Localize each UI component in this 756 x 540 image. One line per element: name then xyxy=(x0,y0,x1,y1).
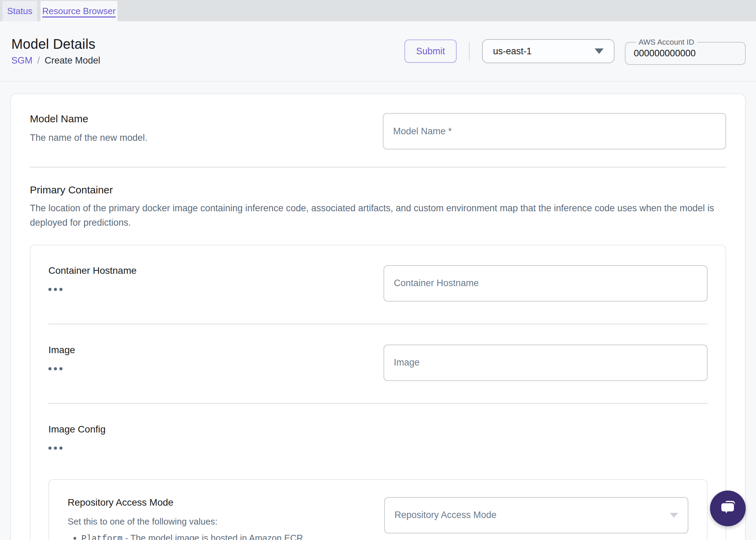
aws-account-id-input[interactable] xyxy=(634,48,737,59)
breadcrumb-separator: / xyxy=(37,55,40,66)
primary-container-card: Container Hostname Image xyxy=(30,245,726,540)
image-row: Image xyxy=(48,325,708,403)
container-hostname-info: Container Hostname xyxy=(48,265,383,302)
image-info: Image xyxy=(48,345,383,381)
option-code: Platform xyxy=(81,534,123,540)
dot-icon xyxy=(59,367,62,370)
dot-icon xyxy=(54,447,57,450)
model-name-input-col xyxy=(383,113,726,149)
model-name-label: Model Name xyxy=(30,113,369,125)
repository-access-mode-label: Repository Access Mode xyxy=(68,497,370,508)
dot-icon xyxy=(54,288,57,291)
aws-account-id-label: AWS Account ID xyxy=(636,38,697,47)
dot-icon xyxy=(48,447,51,450)
container-hostname-row: Container Hostname xyxy=(48,245,708,324)
repository-access-mode-card: Repository Access Mode Set this to one o… xyxy=(48,479,708,540)
header-actions: Submit us-east-1 AWS Account ID xyxy=(404,38,746,65)
model-name-input[interactable] xyxy=(383,113,726,149)
tab-resource-browser-label: Resource Browser xyxy=(42,6,116,16)
dot-icon xyxy=(54,367,57,370)
header-divider xyxy=(469,42,470,61)
image-label: Image xyxy=(48,345,370,356)
image-config-more-info-dots[interactable] xyxy=(48,447,62,450)
model-details-card: Model Name The name of the new model. Pr… xyxy=(10,93,746,540)
primary-container-label: Primary Container xyxy=(30,184,726,196)
list-item: Platform - The model image is hosted in … xyxy=(81,532,370,540)
chat-bubble-icon xyxy=(717,498,738,519)
repository-access-mode-options-list: Platform - The model image is hosted in … xyxy=(68,532,370,540)
option-text: - The model image is hosted in Amazon EC… xyxy=(125,533,306,540)
tab-resource-browser[interactable]: Resource Browser xyxy=(41,1,117,21)
model-name-description: The name of the new model. xyxy=(30,131,369,145)
repository-access-mode-info: Repository Access Mode Set this to one o… xyxy=(68,497,384,540)
tab-bar: Status Resource Browser xyxy=(0,0,756,21)
page-title: Model Details xyxy=(11,36,100,52)
breadcrumb-current: Create Model xyxy=(45,55,100,66)
tab-status-label: Status xyxy=(7,6,33,16)
container-hostname-label: Container Hostname xyxy=(48,265,370,276)
region-select-value: us-east-1 xyxy=(493,46,532,57)
breadcrumb-link-sgm[interactable]: SGM xyxy=(11,55,33,66)
repository-access-mode-intro: Set this to one of the following values: xyxy=(68,516,370,527)
chevron-down-icon xyxy=(595,48,604,54)
primary-container-description: The location of the primary docker image… xyxy=(30,201,720,230)
aws-account-id-field: AWS Account ID xyxy=(625,38,746,65)
chevron-down-icon xyxy=(670,513,678,518)
image-input[interactable] xyxy=(383,345,708,381)
image-config-section: Image Config Repository Access Mode Set … xyxy=(48,404,708,540)
model-name-info: Model Name The name of the new model. xyxy=(30,113,383,149)
submit-button[interactable]: Submit xyxy=(404,40,457,63)
image-input-col xyxy=(383,345,708,381)
repository-access-mode-input-col: Repository Access Mode xyxy=(384,497,688,540)
chat-launcher-button[interactable] xyxy=(710,491,746,526)
page-header: Model Details SGM / Create Model Submit … xyxy=(0,21,756,82)
dot-icon xyxy=(59,288,62,291)
model-name-row: Model Name The name of the new model. xyxy=(30,94,726,167)
region-select[interactable]: us-east-1 xyxy=(482,39,615,63)
repository-access-mode-select[interactable]: Repository Access Mode xyxy=(384,497,688,533)
container-hostname-input[interactable] xyxy=(383,265,708,302)
image-more-info-dots[interactable] xyxy=(48,367,62,370)
repository-access-mode-placeholder: Repository Access Mode xyxy=(394,510,496,520)
tab-status[interactable]: Status xyxy=(2,1,37,21)
dot-icon xyxy=(48,367,51,370)
dot-icon xyxy=(48,288,51,291)
container-hostname-input-col xyxy=(383,265,708,302)
breadcrumb: SGM / Create Model xyxy=(11,55,100,66)
container-hostname-more-info-dots[interactable] xyxy=(48,288,62,291)
image-config-label: Image Config xyxy=(48,424,708,435)
page-header-titles: Model Details SGM / Create Model xyxy=(11,36,100,66)
dot-icon xyxy=(59,447,62,450)
primary-container-section: Primary Container The location of the pr… xyxy=(30,168,726,540)
